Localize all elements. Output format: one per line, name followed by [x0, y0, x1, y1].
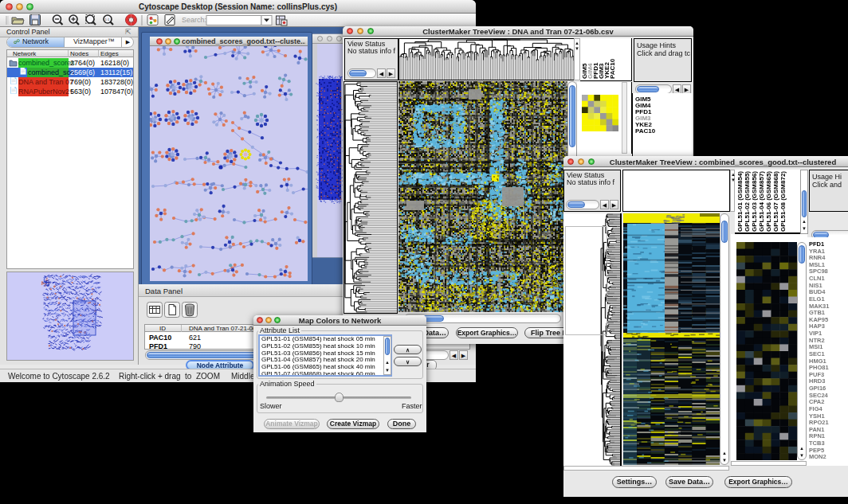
svg-text:GPL51-08 (GSM872): GPL51-08 (GSM872) [779, 171, 787, 232]
svg-text:GPL51-03 (GSM856): GPL51-03 (GSM856) [751, 171, 758, 232]
svg-text:GPL51-04 (GSM857): GPL51-04 (GSM857) [758, 171, 765, 232]
svg-text:GPL51-02 (GSM855): GPL51-02 (GSM855) [744, 171, 751, 232]
svg-text:PAC10: PAC10 [609, 58, 616, 79]
svg-text:GPL51-01 (GSM854): GPL51-01 (GSM854) [736, 171, 744, 232]
svg-text:GPL51-06 (GSM865): GPL51-06 (GSM865) [765, 171, 772, 232]
svg-text:Search:: Search: [182, 16, 206, 24]
svg-text:1:1: 1:1 [105, 18, 110, 21]
svg-text:GPL51-07 (GSM868): GPL51-07 (GSM868) [772, 171, 779, 232]
